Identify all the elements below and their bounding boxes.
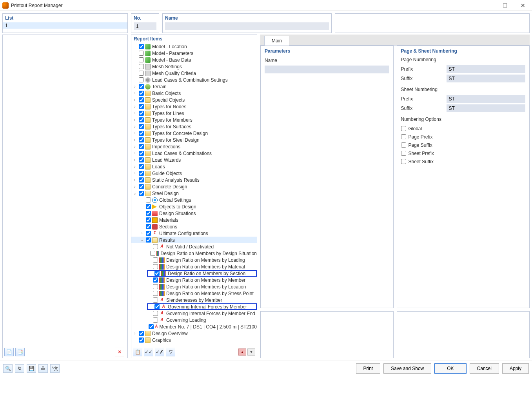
- tree-item[interactable]: ·Design Ratio on Members by Stress Point: [131, 290, 257, 297]
- tree-checkbox[interactable]: [153, 291, 158, 296]
- tree-checkbox[interactable]: [139, 131, 144, 136]
- tree-checkbox[interactable]: [153, 297, 158, 303]
- tree-checkbox[interactable]: [153, 317, 158, 323]
- page-suffix-input[interactable]: [447, 75, 526, 82]
- chevron-right-icon[interactable]: ›: [132, 184, 138, 189]
- tree-item[interactable]: ·AGoverning Internal Forces by Member: [147, 303, 257, 310]
- numbering-option[interactable]: Page Suffix: [401, 141, 526, 149]
- list-item[interactable]: 1: [3, 22, 127, 29]
- tree-checkbox[interactable]: [153, 257, 158, 263]
- print-icon[interactable]: 🖶: [38, 364, 48, 373]
- tree-item[interactable]: ⌄Results: [131, 237, 257, 243]
- sheet-prefix-input[interactable]: [447, 95, 526, 103]
- tree-item[interactable]: ›Static Analysis Results: [131, 177, 257, 183]
- tree-item[interactable]: ·Design Ratio on Members by Loading: [131, 257, 257, 263]
- tree-item[interactable]: ·AGoverning Loading: [131, 317, 257, 323]
- tree-item[interactable]: ›Design Overview: [131, 330, 257, 337]
- tree-checkbox[interactable]: [146, 231, 151, 236]
- tree-checkbox[interactable]: [146, 217, 151, 223]
- option-checkbox[interactable]: [401, 151, 406, 156]
- tree-item[interactable]: ›Load Cases & Combinations: [131, 150, 257, 157]
- maximize-button[interactable]: ☐: [496, 0, 514, 11]
- chevron-down-icon[interactable]: ⌄: [139, 238, 145, 242]
- print-button[interactable]: Print: [356, 363, 381, 374]
- tree-item[interactable]: ·Mesh Quality Criteria: [131, 70, 257, 77]
- copy-button[interactable]: 📑: [15, 348, 25, 356]
- tree-item[interactable]: ·AGoverning Internal Forces by Member En…: [131, 310, 257, 317]
- check-all-button[interactable]: ✓✓: [144, 348, 153, 356]
- sheet-suffix-input[interactable]: [447, 104, 526, 112]
- option-checkbox[interactable]: [401, 134, 406, 139]
- tree-item[interactable]: ›Guide Objects: [131, 170, 257, 177]
- chevron-right-icon[interactable]: ›: [132, 124, 138, 129]
- tree-item[interactable]: ›Types for Concrete Design: [131, 130, 257, 137]
- delete-button[interactable]: ✕: [115, 348, 124, 356]
- numbering-option[interactable]: Global: [401, 124, 526, 133]
- refresh-icon[interactable]: ↻: [15, 364, 24, 373]
- tree-item[interactable]: ·Load Cases & Combination Settings: [131, 77, 257, 83]
- tree-checkbox[interactable]: [139, 117, 144, 122]
- tree-checkbox[interactable]: [153, 277, 158, 283]
- tree-item[interactable]: ·ASlendernesses by Member: [131, 297, 257, 303]
- chevron-right-icon[interactable]: ›: [132, 131, 138, 135]
- tree-checkbox[interactable]: [139, 91, 144, 96]
- chevron-right-icon[interactable]: ›: [132, 104, 138, 109]
- help-icon[interactable]: 🔍: [3, 364, 13, 373]
- tree-item[interactable]: ›Terrain: [131, 83, 257, 90]
- chevron-right-icon[interactable]: ›: [132, 158, 138, 162]
- chevron-right-icon[interactable]: ›: [132, 144, 138, 149]
- chevron-right-icon[interactable]: ›: [132, 118, 138, 122]
- tree-checkbox[interactable]: [139, 57, 144, 62]
- tree-checkbox[interactable]: [139, 157, 144, 162]
- tree-checkbox[interactable]: [153, 264, 158, 269]
- tree-checkbox[interactable]: [146, 204, 151, 209]
- tree-item[interactable]: ⌄Steel Design: [131, 190, 257, 197]
- tree-checkbox[interactable]: [139, 337, 144, 343]
- tree-item[interactable]: ·Sections: [131, 223, 257, 230]
- name-input[interactable]: [165, 22, 329, 30]
- tree-checkbox[interactable]: [146, 224, 151, 229]
- apply-button[interactable]: Apply: [502, 363, 529, 374]
- tree-checkbox[interactable]: [146, 211, 151, 216]
- tree-checkbox[interactable]: [139, 331, 144, 336]
- tree-checkbox[interactable]: [154, 271, 160, 276]
- tree-checkbox[interactable]: [139, 111, 144, 116]
- tree-checkbox[interactable]: [150, 251, 155, 256]
- tree-item[interactable]: ›Concrete Design: [131, 183, 257, 190]
- tree-item[interactable]: ·Model - Base Data: [131, 57, 257, 63]
- close-button[interactable]: ✕: [514, 0, 532, 11]
- tree-checkbox[interactable]: [139, 191, 144, 196]
- chevron-right-icon[interactable]: ›: [132, 164, 138, 169]
- tab-main[interactable]: Main: [264, 36, 289, 46]
- tree-item[interactable]: ·Design Ratio on Members by Section: [147, 270, 257, 277]
- tree-checkbox[interactable]: [153, 244, 158, 249]
- chevron-right-icon[interactable]: ›: [132, 171, 138, 175]
- tree-item[interactable]: ·Mesh Settings: [131, 63, 257, 70]
- tree-item[interactable]: ›Types for Surfaces: [131, 123, 257, 130]
- tree-item[interactable]: ›Basic Objects: [131, 90, 257, 97]
- tree-item[interactable]: ›Types for Nodes: [131, 103, 257, 110]
- tree-checkbox[interactable]: [139, 51, 144, 56]
- chevron-down-icon[interactable]: ⌄: [132, 191, 138, 195]
- tree-checkbox[interactable]: [153, 284, 158, 289]
- numbering-option[interactable]: Sheet Prefix: [401, 149, 526, 157]
- numbering-option[interactable]: Page Prefix: [401, 133, 526, 141]
- tree-item[interactable]: ·ANot Valid / Deactivated: [131, 243, 257, 250]
- option-checkbox[interactable]: [401, 142, 406, 148]
- tree-checkbox[interactable]: [139, 124, 144, 129]
- chevron-right-icon[interactable]: ›: [139, 231, 145, 235]
- tree-item[interactable]: ›Load Wizards: [131, 157, 257, 163]
- tree-item[interactable]: ·Design Situations: [131, 210, 257, 217]
- tree-item[interactable]: ·Materials: [131, 217, 257, 223]
- chevron-right-icon[interactable]: ›: [132, 151, 138, 155]
- tree-item[interactable]: ·Global Settings: [131, 197, 257, 203]
- parameters-name-input[interactable]: [265, 66, 389, 73]
- move-up-button[interactable]: ▲: [238, 348, 246, 356]
- new-button[interactable]: 📄: [4, 348, 14, 356]
- tree-checkbox[interactable]: [149, 324, 154, 329]
- tree-item[interactable]: ·Objects to Design: [131, 203, 257, 210]
- tree-checkbox[interactable]: [139, 97, 144, 102]
- report-items-tree[interactable]: ·Model - Location·Model - Parameters·Mod…: [131, 42, 257, 346]
- minimize-button[interactable]: —: [478, 0, 496, 11]
- tree-item[interactable]: ·AMember No. 7 | DS1 | CO4 | 2.500 m | S…: [131, 323, 257, 330]
